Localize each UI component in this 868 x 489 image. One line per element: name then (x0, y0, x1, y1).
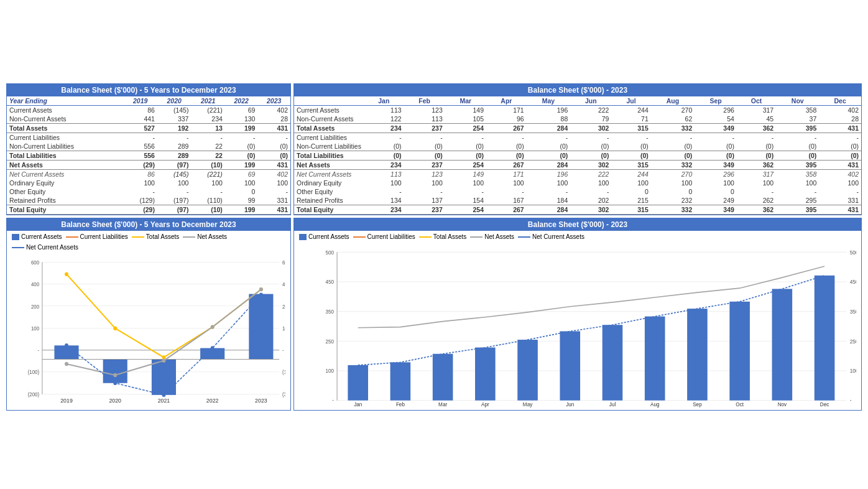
left-cell-4-2: 22 (191, 142, 224, 151)
svg-text:2023: 2023 (255, 397, 267, 403)
r-legend-label-ta: Total Assets (433, 233, 466, 240)
left-cell-1-2: 234 (191, 114, 224, 124)
svg-text:-: - (282, 348, 284, 353)
right-cell-2-1: 237 (404, 124, 445, 133)
right-cell-11-9: 362 (737, 205, 776, 215)
svg-point-35 (113, 381, 117, 385)
left-row-label-8: Ordinary Equity (7, 179, 123, 187)
svg-point-37 (211, 346, 215, 350)
col-jun: Jun (570, 96, 611, 106)
right-cell-10-0: 134 (364, 196, 404, 205)
right-cell-5-1: (0) (404, 151, 445, 161)
right-cell-11-0: 234 (364, 205, 404, 215)
left-cell-1-1: 337 (157, 114, 191, 124)
legend-current-assets: Current Assets (12, 233, 62, 240)
col-sep: Sep (695, 96, 737, 106)
right-cell-3-8: - (695, 133, 737, 142)
left-cell-7-2: (221) (191, 170, 224, 179)
right-cell-4-7: (0) (651, 142, 695, 151)
right-label-col (294, 96, 364, 106)
right-table-row-11: Total Equity2342372542672843023153323493… (294, 205, 861, 215)
left-cell-1-0: 441 (123, 114, 157, 124)
svg-text:Oct: Oct (736, 401, 744, 408)
right-cell-11-5: 302 (570, 205, 611, 215)
svg-text:100: 100 (282, 326, 285, 332)
left-table-row-10: Retained Profits(129)(197)(110)99331 (7, 196, 290, 205)
right-cell-2-7: 332 (651, 124, 695, 133)
right-cell-5-2: (0) (445, 151, 486, 161)
left-table-row-5: Total Liabilities55628922(0)(0) (7, 151, 290, 161)
right-cell-3-9: - (737, 133, 776, 142)
r-legend-ta: Total Assets (419, 233, 466, 240)
col-mar: Mar (445, 96, 486, 106)
svg-text:(200): (200) (28, 392, 40, 398)
right-cell-10-10: 295 (776, 196, 819, 205)
svg-text:-: - (37, 348, 39, 353)
left-row-label-10: Retained Profits (7, 196, 123, 205)
svg-text:500: 500 (850, 249, 856, 256)
left-cell-3-1: - (157, 133, 191, 142)
left-cell-9-1: - (157, 187, 191, 196)
left-cell-0-1: (145) (157, 106, 191, 115)
right-cell-8-2: 100 (445, 179, 486, 187)
left-row-label-4: Non-Current Liabilities (7, 142, 123, 151)
right-cell-10-3: 167 (486, 196, 527, 205)
right-table-row-0: Current Assets11312314917119622224427029… (294, 106, 861, 115)
right-cell-4-2: (0) (445, 142, 486, 151)
svg-text:350: 350 (325, 309, 334, 315)
col-2019: 2019 (123, 96, 157, 106)
right-cell-6-2: 254 (445, 161, 486, 170)
col-2021: 2021 (191, 96, 224, 106)
right-cell-7-8: 296 (695, 170, 737, 179)
legend-line-net-assets (183, 236, 195, 238)
left-row-label-3: Current Liabilities (7, 133, 123, 142)
svg-text:450: 450 (850, 279, 856, 286)
right-cell-8-10: 100 (776, 179, 819, 187)
right-header-row: Jan Feb Mar Apr May Jun Jul Aug Sep Oct … (294, 96, 861, 106)
col-2023: 2023 (257, 96, 290, 106)
right-row-label-7: Net Current Assets (294, 170, 364, 179)
svg-text:2021: 2021 (158, 397, 170, 403)
left-table-row-3: Current Liabilities----- (7, 133, 290, 142)
right-cell-6-8: 349 (695, 161, 737, 170)
right-cell-2-2: 254 (445, 124, 486, 133)
right-cell-7-3: 171 (486, 170, 527, 179)
right-cell-8-1: 100 (404, 179, 445, 187)
right-cell-6-5: 302 (570, 161, 611, 170)
svg-text:500: 500 (325, 249, 334, 256)
legend-line-total-assets (132, 236, 144, 238)
svg-text:Dec: Dec (820, 401, 829, 408)
bar-2020 (103, 360, 127, 383)
right-cell-0-6: 244 (611, 106, 650, 115)
right-row-label-0: Current Assets (294, 106, 364, 115)
right-cell-5-3: (0) (486, 151, 527, 161)
left-cell-0-3: 69 (225, 106, 258, 115)
right-cell-1-2: 105 (445, 114, 486, 124)
right-cell-6-7: 332 (651, 161, 695, 170)
right-cell-5-5: (0) (570, 151, 611, 161)
svg-text:100: 100 (31, 326, 39, 332)
left-row-label-9: Other Equity (7, 187, 123, 196)
left-header-row: Year Ending 2019 2020 2021 2022 2023 (7, 96, 290, 106)
r-legend-line-ta (419, 236, 432, 238)
left-table-row-2: Total Assets52719213199431 (7, 124, 290, 133)
right-cell-2-0: 234 (364, 124, 404, 133)
left-cell-8-2: 100 (191, 179, 224, 187)
left-cell-8-4: 100 (257, 179, 290, 187)
left-table-row-4: Non-Current Liabilities55628922(0)(0) (7, 142, 290, 151)
right-cell-3-2: - (445, 133, 486, 142)
left-cell-10-4: 331 (257, 196, 290, 205)
right-cell-1-8: 54 (695, 114, 737, 124)
right-table: Jan Feb Mar Apr May Jun Jul Aug Sep Oct … (294, 96, 861, 215)
left-cell-6-4: 431 (257, 161, 290, 170)
svg-text:250: 250 (325, 338, 334, 345)
left-chart-svg: 600 400 200 100 - (100) (200) 600 400 20… (12, 256, 285, 408)
right-cell-0-8: 296 (695, 106, 737, 115)
right-cell-3-6: - (611, 133, 650, 142)
left-cell-3-3: - (225, 133, 258, 142)
right-row-label-5: Total Liabilities (294, 151, 364, 161)
right-cell-1-5: 79 (570, 114, 611, 124)
left-cell-3-4: - (257, 133, 290, 142)
right-cell-5-11: (0) (819, 151, 861, 161)
left-chart-area: 600 400 200 100 - (100) (200) 600 400 20… (7, 253, 290, 410)
